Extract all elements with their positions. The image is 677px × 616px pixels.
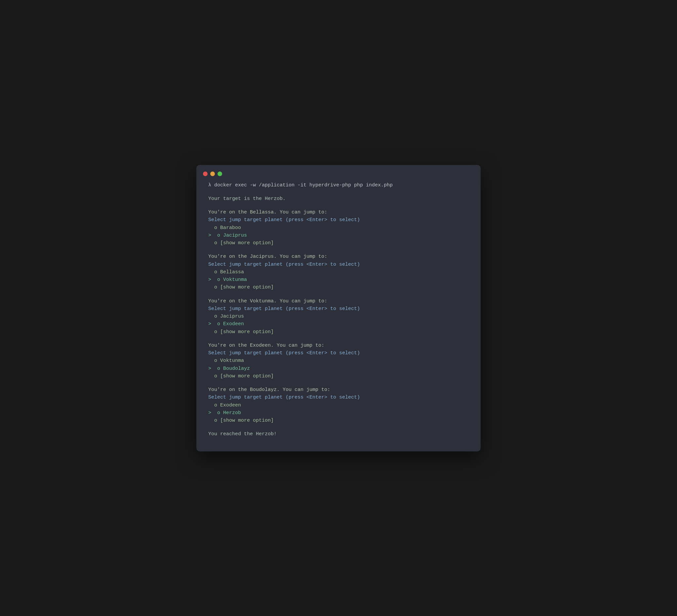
session-2-you-on: You're on the Jaciprus. You can jump to: xyxy=(208,253,469,260)
session-1-you-on: You're on the Bellassa. You can jump to: xyxy=(208,208,469,216)
session-2-select: Select jump target planet (press <Enter>… xyxy=(208,261,469,268)
session-2-item-2: o [show more option] xyxy=(208,284,469,291)
session-1-item-0: o Baraboo xyxy=(208,224,469,232)
session-5-item-0: o Exodeen xyxy=(208,401,469,409)
session-1-item-1: > o Jaciprus xyxy=(208,232,469,239)
session-5-item-1: > o Herzob xyxy=(208,409,469,417)
session-4-item-2: o [show more option] xyxy=(208,372,469,380)
session-4-item-0: o Voktunma xyxy=(208,357,469,365)
maximize-button[interactable] xyxy=(218,172,222,176)
command-line: λ docker exec -w /application -it hyperd… xyxy=(208,181,469,189)
session-5-item-2: o [show more option] xyxy=(208,417,469,424)
terminal-body: λ docker exec -w /application -it hyperd… xyxy=(196,181,481,438)
final-message: You reached the Herzob! xyxy=(208,430,469,438)
session-3-you-on: You're on the Voktunma. You can jump to: xyxy=(208,297,469,305)
session-5-select: Select jump target planet (press <Enter>… xyxy=(208,393,469,401)
session-3-item-2: o [show more option] xyxy=(208,328,469,336)
session-1-select: Select jump target planet (press <Enter>… xyxy=(208,216,469,224)
session-3-item-1: > o Exodeen xyxy=(208,320,469,328)
title-bar xyxy=(196,172,481,181)
session-2-item-1: > o Voktunma xyxy=(208,276,469,284)
session-4-select: Select jump target planet (press <Enter>… xyxy=(208,349,469,357)
terminal-window: λ docker exec -w /application -it hyperd… xyxy=(196,165,481,452)
session-1-item-2: o [show more option] xyxy=(208,239,469,247)
minimize-button[interactable] xyxy=(210,172,215,176)
session-3-select: Select jump target planet (press <Enter>… xyxy=(208,305,469,313)
session-2-item-0: o Bellassa xyxy=(208,268,469,276)
session-3-item-0: o Jaciprus xyxy=(208,313,469,320)
close-button[interactable] xyxy=(203,172,208,176)
session-4-item-1: > o Boudolayz xyxy=(208,365,469,372)
session-5-you-on: You're on the Boudolayz. You can jump to… xyxy=(208,386,469,393)
session-4-you-on: You're on the Exodeen. You can jump to: xyxy=(208,342,469,349)
target-message: Your target is the Herzob. xyxy=(208,195,469,202)
